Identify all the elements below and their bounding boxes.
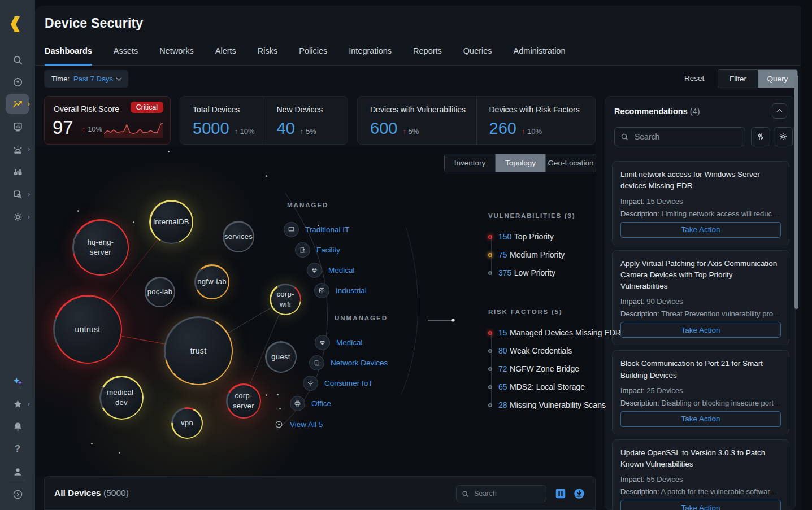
medical-icon <box>315 335 330 350</box>
query-button[interactable]: Query <box>758 70 797 88</box>
topology-node-untrust[interactable]: untrust <box>53 295 122 364</box>
sidebar-item-ai-assistant[interactable] <box>6 371 29 391</box>
list-item-managed-devices-missing-edr[interactable]: 15 Managed Devices Missing EDR <box>488 324 635 342</box>
time-range-dropdown[interactable]: Time: Past 7 Days <box>44 70 128 88</box>
recommendations-search-input[interactable] <box>633 132 739 142</box>
device-group-medical[interactable]: Medical <box>307 263 355 278</box>
left-sidebar: ›››› ›? <box>0 0 35 510</box>
take-action-button[interactable]: Take Action <box>620 411 781 427</box>
tab-reports[interactable]: Reports <box>413 45 442 66</box>
recommendations-count: (4) <box>690 107 700 116</box>
sidebar-item-alerts[interactable]: › <box>6 139 29 159</box>
device-group-medical[interactable]: Medical <box>315 335 363 350</box>
industrial-icon <box>314 283 329 298</box>
device-group-office[interactable]: Office <box>290 396 331 411</box>
sidebar-item-help[interactable]: ? <box>6 439 29 459</box>
list-item-weak-credentials[interactable]: 80 Weak Credentials <box>488 342 635 360</box>
topology-node-corp-server[interactable]: corp- server <box>226 383 261 419</box>
topology-node-vpn[interactable]: vpn <box>171 407 203 439</box>
vulnerabilities-section: VULNERABILITIES (3) 150 Top Priority75 M… <box>488 212 635 282</box>
sidebar-item-user[interactable] <box>6 461 29 482</box>
node-body: services <box>224 223 253 251</box>
filter-query-group: Filter Query <box>718 69 798 88</box>
sidebar-item-collapse[interactable] <box>6 484 29 504</box>
device-group-consumer-iot[interactable]: Consumer IoT <box>303 376 373 391</box>
item-count: 75 <box>498 250 507 259</box>
view-toggle-geo-location[interactable]: Geo-Location <box>545 154 596 172</box>
device-group-label: Network Devices <box>331 359 388 367</box>
scatter-dot <box>279 408 281 409</box>
sidebar-item-favorites[interactable]: › <box>6 394 29 414</box>
search-icon <box>462 490 469 498</box>
tab-assets[interactable]: Assets <box>114 45 138 66</box>
topology-node-poc-lab[interactable]: poc-lab <box>145 277 175 307</box>
sidebar-item-risks[interactable] <box>6 162 29 182</box>
page-title: Device Security <box>45 16 143 31</box>
tab-dashboards[interactable]: Dashboards <box>45 45 92 66</box>
risk-score-title: Overall Risk Score <box>54 104 119 114</box>
column-settings-button[interactable] <box>554 487 567 500</box>
all-devices-count: (5000) <box>103 488 129 498</box>
topology-node-trust[interactable]: trust <box>164 316 233 385</box>
device-group-facility[interactable]: Facility <box>295 242 340 258</box>
device-group-label: Traditional IT <box>305 225 349 234</box>
recommendations-scrollbar[interactable] <box>794 75 798 309</box>
topology-node-hq-eng-server[interactable]: hq-eng- server <box>72 219 129 276</box>
reset-button[interactable]: Reset <box>684 74 704 82</box>
item-label: Medium Priority <box>510 250 565 259</box>
topology-node-corp-wifi[interactable]: corp-wifi <box>270 284 301 315</box>
topology-node-internalDB[interactable]: internalDB <box>149 200 193 244</box>
chevron-right-icon: › <box>28 99 30 108</box>
tab-networks[interactable]: Networks <box>159 45 193 66</box>
sidebar-item-reports[interactable] <box>6 116 29 137</box>
scatter-dot <box>133 221 134 223</box>
sidebar-item-notifications[interactable] <box>6 416 29 437</box>
list-item-top-priority[interactable]: 150 Top Priority <box>488 228 635 246</box>
list-item-missing-vulnerability-scans[interactable]: 28 Missing Vulnerability Scans <box>488 396 635 414</box>
sidebar-item-settings[interactable]: › <box>6 207 29 227</box>
list-item-ngfw-zone-bridge[interactable]: 72 NGFW Zone Bridge <box>488 360 635 378</box>
device-group-label: Facility <box>316 246 340 254</box>
list-item-medium-priority[interactable]: 75 Medium Priority <box>488 246 635 264</box>
device-group-network-devices[interactable]: Network Devices <box>309 355 388 370</box>
time-value: Past 7 Days <box>73 75 113 83</box>
tab-alerts[interactable]: Alerts <box>215 45 236 66</box>
sidebar-item-dashboards[interactable]: › <box>6 94 29 114</box>
device-group-view-all-5[interactable]: View All 5 <box>273 419 323 429</box>
sidebar-item-policies[interactable]: › <box>6 184 29 204</box>
tab-queries[interactable]: Queries <box>463 45 492 66</box>
list-item-low-priority[interactable]: 375 Low Priority <box>488 264 635 282</box>
risk-factors-header: RISK FACTORS (5) <box>488 308 635 315</box>
view-toggle-inventory[interactable]: Inventory <box>445 154 495 172</box>
topology-node-ngfw-lab[interactable]: ngfw-lab <box>194 264 229 299</box>
alerts-icon <box>12 144 23 155</box>
sort-filter-button[interactable] <box>751 127 770 146</box>
filter-button[interactable]: Filter <box>718 70 758 88</box>
view-toggle-topology[interactable]: Topology <box>495 154 545 172</box>
sidebar-item-discover[interactable] <box>6 72 29 92</box>
list-item-mds2-local-storage[interactable]: 65 MDS2: Local Storage <box>488 378 635 396</box>
take-action-button[interactable]: Take Action <box>620 500 781 510</box>
netcard-icon <box>309 355 324 370</box>
download-button[interactable] <box>573 487 585 500</box>
tab-administration[interactable]: Administration <box>514 45 566 66</box>
section-header-managed: MANAGED <box>287 202 328 208</box>
take-action-button[interactable]: Take Action <box>620 222 781 238</box>
topology-node-medical-dev[interactable]: medical-dev <box>99 376 144 420</box>
sidebar-item-search[interactable] <box>6 50 29 70</box>
take-action-button[interactable]: Take Action <box>620 322 781 338</box>
collapse-icon <box>12 489 23 500</box>
topology-node-services[interactable]: services <box>223 221 254 252</box>
settings-button[interactable] <box>774 127 793 146</box>
device-group-industrial[interactable]: Industrial <box>314 283 367 298</box>
devices-search-input[interactable] <box>473 489 541 498</box>
search-icon <box>620 133 629 141</box>
tab-policies[interactable]: Policies <box>299 45 327 66</box>
device-group-traditional-it[interactable]: Traditional IT <box>284 222 349 237</box>
topology-node-guest[interactable]: guest <box>265 341 297 373</box>
node-label: internalDB <box>153 217 189 227</box>
collapse-panel-button[interactable] <box>772 103 787 119</box>
tab-risks[interactable]: Risks <box>258 45 277 66</box>
chevron-right-icon: › <box>28 399 30 408</box>
tab-integrations[interactable]: Integrations <box>349 45 392 66</box>
